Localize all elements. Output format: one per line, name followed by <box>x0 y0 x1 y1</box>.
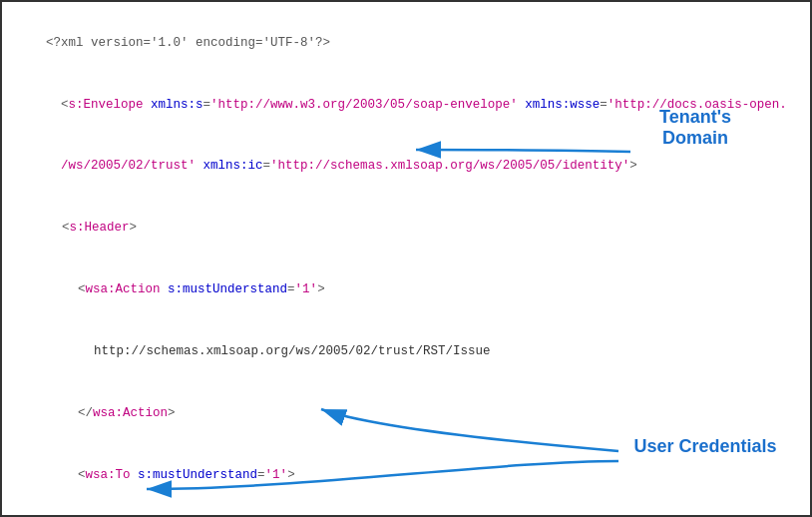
line-4: <s:Header> <box>16 198 796 259</box>
attr-xmlns-ic: xmlns:ic <box>203 159 263 173</box>
xml-declaration: <?xml version='1.0' encoding='UTF-8'?> <box>46 36 330 50</box>
val-xmlns-s: 'http://www.w3.org/2003/05/soap-envelope… <box>210 98 518 112</box>
annotation-user-credentials: User Credentials <box>630 436 780 457</box>
line-5: <wsa:Action s:mustUnderstand='1'> <box>16 259 796 321</box>
val-xmlns-ic: 'http://schemas.xmlsoap.org/ws/2005/05/i… <box>270 159 629 173</box>
line-9: https://autologon.microsoftazuread-sso.c… <box>16 506 796 517</box>
val-ws-trust: /ws/2005/02/trust' <box>61 159 196 173</box>
attr-xmlns-s: xmlns:s <box>151 98 203 112</box>
xml-lt: < <box>46 98 69 112</box>
line-1: <?xml version='1.0' encoding='UTF-8'?> <box>16 12 796 74</box>
attr-xmlns-wsse: xmlns:wsse <box>525 98 600 112</box>
line-6: http://schemas.xmlsoap.org/ws/2005/02/tr… <box>16 320 796 382</box>
sp <box>144 98 152 112</box>
tag-envelope: s:Envelope <box>69 98 144 112</box>
annotation-tenant-domain: Tenant's Domain <box>630 107 760 149</box>
line-7: </wsa:Action> <box>16 382 796 444</box>
